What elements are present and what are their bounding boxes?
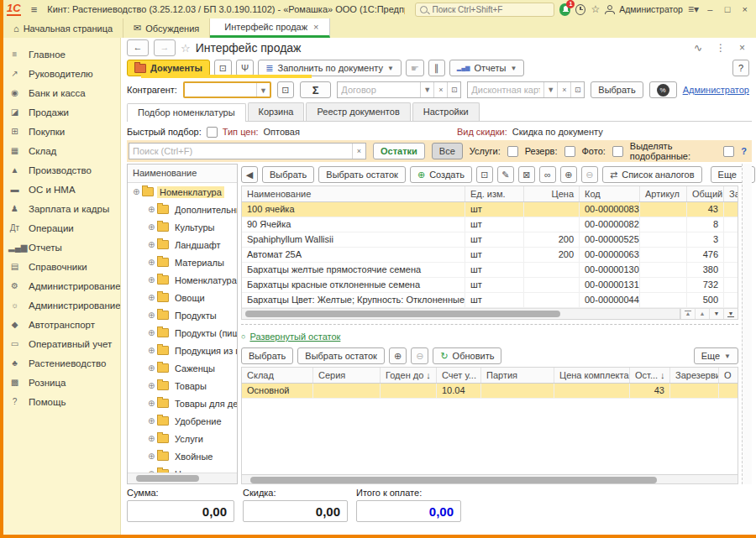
total-due-field[interactable] <box>356 500 461 522</box>
tree-item[interactable]: Ландшафт <box>128 236 237 253</box>
chevron-down-icon[interactable]: ▼ <box>543 82 557 97</box>
tree-item[interactable]: Товары для де <box>128 394 237 412</box>
column-header[interactable]: Ост... ↓ <box>630 368 670 383</box>
clear-icon[interactable]: × <box>352 144 365 159</box>
column-header[interactable]: Партия <box>481 368 554 383</box>
contract-combo[interactable]: ▼ × ⊡ <box>337 81 461 98</box>
table-row[interactable]: Бархатцы Цвет: Желтые; Крупность: Отклон… <box>242 293 738 308</box>
sidebar-item[interactable]: ♟ Зарплата и кадры <box>8 199 120 218</box>
expand-icon[interactable] <box>148 275 157 285</box>
clear-icon[interactable]: × <box>557 82 570 97</box>
go-last-icon[interactable]: ▼ <box>723 309 738 319</box>
column-header[interactable]: Артикул <box>640 186 687 201</box>
scrollbar-thumb[interactable] <box>136 475 199 482</box>
expand-icon[interactable] <box>148 346 157 355</box>
contract-input[interactable] <box>338 85 420 95</box>
copy-button[interactable]: ⊡ <box>214 60 232 76</box>
help-button[interactable]: ? <box>732 60 749 76</box>
services-checkbox[interactable] <box>507 146 518 157</box>
tree-item[interactable]: Хвойные <box>128 447 237 465</box>
rest-select-rest-button[interactable]: Выбрать остаток <box>297 347 385 364</box>
open-icon[interactable]: ⊡ <box>570 82 584 97</box>
scrollbar-thumb[interactable] <box>250 477 657 483</box>
form-tab[interactable]: Реестр документов <box>306 102 410 121</box>
column-header[interactable]: Цена <box>524 186 580 201</box>
items-table-scrollbar[interactable]: ▲ ▲ ▼ ▼ <box>241 308 738 320</box>
choose-button[interactable]: Выбрать <box>591 81 643 98</box>
sidebar-item[interactable]: ⊞ Покупки <box>8 122 120 141</box>
global-search-input[interactable] <box>431 4 549 15</box>
collapse-circle-icon[interactable]: ○ <box>241 332 245 341</box>
discount-kind-value[interactable]: Скидка по документу <box>512 127 603 137</box>
rest-zoom-out-button[interactable]: ⊖ <box>411 347 428 364</box>
responsible-user-link[interactable]: Администратор <box>683 85 749 95</box>
rest-horizontal-scrollbar[interactable] <box>241 474 738 484</box>
table-row[interactable]: Бархатцы желтые прямостоячие семена шт 0… <box>242 263 738 278</box>
all-filter-button[interactable]: Все <box>432 143 463 159</box>
service-settings-icon[interactable]: ≡▾ <box>688 3 699 15</box>
table-row[interactable]: Основной 10.04 43 <box>242 384 738 399</box>
create-button[interactable]: ⊕ Создать <box>410 166 472 183</box>
rest-select-button[interactable]: Выбрать <box>241 347 293 364</box>
tree-item[interactable]: Материалы <box>128 253 237 271</box>
sidebar-item[interactable]: ♣ Растениеводство <box>8 353 120 373</box>
expand-icon[interactable] <box>148 258 157 267</box>
expand-icon[interactable] <box>148 416 157 426</box>
favorite-star-icon[interactable]: ☆ <box>181 42 191 55</box>
tree-item[interactable]: Номенклатура <box>128 183 237 201</box>
edit-button[interactable]: ✎ <box>497 166 514 183</box>
sum-button[interactable]: Σ <box>300 81 331 98</box>
copy-item-button[interactable]: ⊡ <box>476 166 493 183</box>
discount-button[interactable]: % <box>649 81 677 98</box>
hand-pick-button[interactable]: ☛ <box>406 60 424 76</box>
window-tab[interactable]: ⌂ Начальная страница × <box>3 18 123 38</box>
global-search[interactable] <box>415 3 554 17</box>
open-icon[interactable]: ⊡ <box>447 82 460 97</box>
column-header[interactable]: За <box>724 186 738 201</box>
reports-button[interactable]: ▂▄▆ Отчеты ▼ <box>449 60 525 76</box>
column-header[interactable]: О <box>719 368 738 383</box>
back-button[interactable]: ← <box>127 39 149 56</box>
sidebar-item[interactable]: ▩ Розница <box>8 373 120 392</box>
vertical-scrollbar[interactable] <box>742 164 752 484</box>
form-tab[interactable]: Подбор номенклатуры <box>127 103 246 122</box>
counterparty-combo[interactable]: ▼ <box>183 81 271 98</box>
window-tab[interactable]: ✉ Обсуждения × <box>123 18 210 38</box>
user-icon[interactable] <box>605 5 614 14</box>
sidebar-item[interactable]: ◪ Продажи <box>8 102 120 122</box>
sidebar-item[interactable]: ▬ ОС и НМА <box>8 180 120 199</box>
form-tab[interactable]: Корзина <box>248 102 305 121</box>
table-row[interactable]: Бархатцы красные отклоненные семена шт 0… <box>242 278 738 293</box>
maximize-button[interactable]: □ <box>722 4 734 14</box>
item-search-combo[interactable]: × <box>129 143 366 159</box>
sidebar-item[interactable]: ◆ Автотранспорт <box>8 315 120 334</box>
tree-item[interactable]: Номенклатура <box>128 271 237 289</box>
column-header[interactable]: Цена комплекта <box>554 368 630 383</box>
expanded-rest-link[interactable]: Развернутый остаток <box>249 332 340 342</box>
form-tab[interactable]: Настройки <box>412 102 480 121</box>
refresh-button[interactable]: ↻ Обновить <box>433 347 501 364</box>
tree-item[interactable]: Товары <box>128 377 237 394</box>
table-row[interactable]: Spahiphyllum Wallisii шт 200 00-00000525… <box>242 232 738 248</box>
sidebar-item[interactable]: ▦ Склад <box>8 141 120 160</box>
sidebar-item[interactable]: ≡ Главное <box>8 44 120 64</box>
tree-item[interactable]: Удобрение <box>128 412 237 430</box>
clear-icon[interactable]: × <box>433 82 447 97</box>
sidebar-item[interactable]: ⚙ Администрирование <box>8 276 120 295</box>
reserve-checkbox[interactable] <box>564 146 575 157</box>
expand-icon[interactable] <box>148 399 157 408</box>
sidebar-item[interactable]: ▲ Производство <box>8 160 120 180</box>
sidebar-item[interactable]: ▤ Справочники <box>8 257 120 276</box>
history-icon[interactable] <box>575 4 585 15</box>
tree-item[interactable]: Цветы срез <box>128 465 237 473</box>
zoom-in-button[interactable]: ⊕ <box>560 166 577 183</box>
window-tab[interactable]: Интерфейс продаж × <box>210 18 329 38</box>
forward-button[interactable]: → <box>154 39 176 56</box>
get-link-icon[interactable]: ∿ <box>690 42 706 54</box>
tree-item[interactable]: Услуги <box>128 430 237 447</box>
counterparty-input[interactable] <box>185 85 256 95</box>
tree-item[interactable]: Продукция из г <box>128 342 237 359</box>
expand-icon[interactable] <box>148 311 157 320</box>
scrollbar-thumb[interactable] <box>245 311 560 317</box>
table-row[interactable]: Автомат 25А шт 200 00-00000063 476 <box>242 248 738 263</box>
